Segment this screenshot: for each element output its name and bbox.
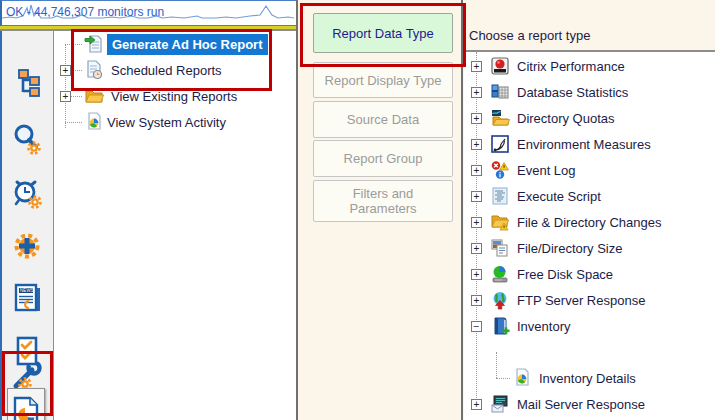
tree-item-label[interactable]: Free Disk Space — [517, 267, 613, 282]
mail-server-icon — [490, 394, 510, 414]
folder-icon — [84, 86, 104, 106]
tree-item-ftp-server-response[interactable]: + FTP Server Response — [464, 287, 645, 313]
globe-arrow-icon — [490, 290, 510, 310]
tree-item-label[interactable]: Mail Server Response — [517, 397, 645, 412]
file-size-icon — [490, 238, 510, 258]
tree-item-environment-measures[interactable]: + Environment Measures — [464, 131, 651, 157]
execute-script-icon — [490, 186, 510, 206]
expand-toggle[interactable]: + — [471, 87, 482, 98]
expand-toggle[interactable]: + — [471, 269, 482, 280]
nav-item-scheduled-reports[interactable]: + Scheduled Reports — [55, 57, 222, 83]
expand-toggle[interactable]: + — [471, 295, 482, 306]
news-icon[interactable]: NEWS — [11, 282, 43, 314]
tree-item-label[interactable]: Inventory Details — [539, 371, 636, 386]
sidebar-accent-stripe — [0, 31, 2, 420]
doc-pie-icon — [512, 368, 532, 388]
disk-pie-icon — [490, 264, 510, 284]
doc-pie-icon — [84, 112, 104, 132]
expand-toggle[interactable]: + — [471, 139, 482, 150]
tree-item-label[interactable]: Environment Measures — [517, 137, 651, 152]
tree-item-mail-server-response[interactable]: + Mail Server Response — [464, 391, 645, 417]
tree-item-label[interactable]: Event Log — [517, 163, 576, 178]
tree-item-inventory[interactable]: − Inventory — [464, 313, 570, 339]
nav-item-label[interactable]: View System Activity — [107, 115, 226, 130]
tab-source-data[interactable]: Source Data — [313, 101, 453, 138]
tree-item-label[interactable]: Database Statistics — [517, 85, 628, 100]
gear-plus-icon[interactable] — [11, 230, 43, 262]
nav-item-label[interactable]: Generate Ad Hoc Report — [107, 34, 268, 55]
wizard-step-panel: Report Data Type Report Display Type Sou… — [296, 0, 461, 420]
ad-hoc-report-icon — [84, 34, 104, 54]
nav-item-view-existing-reports[interactable]: + View Existing Reports — [55, 83, 237, 109]
tree-item-label[interactable]: Execute Script — [517, 189, 601, 204]
tab-report-group[interactable]: Report Group — [313, 140, 453, 177]
tree-item-label[interactable]: Directory Quotas — [517, 111, 615, 126]
expand-toggle[interactable]: + — [471, 113, 482, 124]
database-statistics-icon — [490, 82, 510, 102]
tree-item-citrix-performance[interactable]: + Citrix Performance — [464, 53, 625, 79]
expand-toggle[interactable]: + — [471, 191, 482, 202]
tab-report-display-type[interactable]: Report Display Type — [313, 62, 453, 98]
environment-measures-icon — [490, 134, 510, 154]
tab-report-data-type[interactable]: Report Data Type — [313, 13, 453, 53]
report-type-panel: Choose a report type + Citrix Performanc… — [461, 0, 715, 420]
tree-item-label[interactable]: File/Directory Size — [517, 241, 622, 256]
event-log-icon — [490, 160, 510, 180]
tree-item-label[interactable]: FTP Server Response — [517, 293, 645, 308]
tab-filters-and-parameters[interactable]: Filters and Parameters — [313, 180, 453, 222]
search-gear-icon[interactable] — [11, 123, 43, 155]
tree-item-file-directory-changes[interactable]: + File & Directory Changes — [464, 209, 662, 235]
expand-toggle[interactable]: + — [60, 65, 71, 76]
reports-nav-tree: Generate Ad Hoc Report + Scheduled Repor… — [55, 31, 296, 420]
citrix-performance-icon — [490, 56, 510, 76]
reports-sidebar-button[interactable] — [7, 388, 45, 420]
expand-toggle[interactable]: + — [471, 61, 482, 72]
wrench-gear-icon[interactable] — [11, 359, 43, 391]
expand-toggle[interactable]: + — [471, 165, 482, 176]
scheduled-reports-icon — [84, 60, 104, 80]
app-window: OK - 44,746,307 monitors run — [0, 0, 715, 420]
tree-item-label[interactable]: Citrix Performance — [517, 59, 625, 74]
svg-text:NEWS: NEWS — [20, 288, 34, 293]
expand-toggle[interactable]: + — [471, 217, 482, 228]
tree-item-free-disk-space[interactable]: + Free Disk Space — [464, 261, 613, 287]
expand-toggle[interactable]: + — [60, 91, 71, 102]
expand-toggle[interactable]: + — [471, 399, 482, 410]
status-graph[interactable]: OK - 44,746,307 monitors run — [0, 0, 297, 26]
book-plus-icon — [490, 316, 510, 336]
tree-item-directory-quotas[interactable]: + Directory Quotas — [464, 105, 615, 131]
report-type-tree: + Citrix Performance + — [464, 50, 715, 420]
directory-quotas-icon — [490, 108, 510, 128]
folder-warning-icon — [490, 212, 510, 232]
choose-report-type-label: Choose a report type — [469, 28, 590, 43]
collapse-toggle[interactable]: − — [471, 321, 482, 332]
nav-item-label[interactable]: View Existing Reports — [111, 89, 237, 104]
monitor-status-text: OK - 44,746,307 monitors run — [6, 5, 164, 19]
report-pie-icon — [12, 396, 40, 420]
hierarchy-icon[interactable] — [11, 67, 43, 99]
tree-item-inventory-details[interactable]: Inventory Details — [464, 365, 636, 391]
tree-item-label[interactable]: File & Directory Changes — [517, 215, 662, 230]
tree-item-label[interactable]: Inventory — [517, 319, 570, 334]
expand-toggle[interactable]: + — [471, 243, 482, 254]
tree-item-database-statistics[interactable]: + Database Statistics — [464, 79, 628, 105]
alarm-gear-icon[interactable] — [11, 177, 43, 209]
nav-item-generate-ad-hoc-report[interactable]: Generate Ad Hoc Report — [55, 31, 268, 57]
nav-item-label[interactable]: Scheduled Reports — [111, 63, 222, 78]
tree-item-execute-script[interactable]: + Execute Script — [464, 183, 601, 209]
main-sidebar: NEWS — [0, 31, 54, 420]
tree-item-file-directory-size[interactable]: + File/Directory Size — [464, 235, 622, 261]
nav-item-view-system-activity[interactable]: View System Activity — [55, 109, 226, 135]
tree-item-event-log[interactable]: + Event Log — [464, 157, 576, 183]
